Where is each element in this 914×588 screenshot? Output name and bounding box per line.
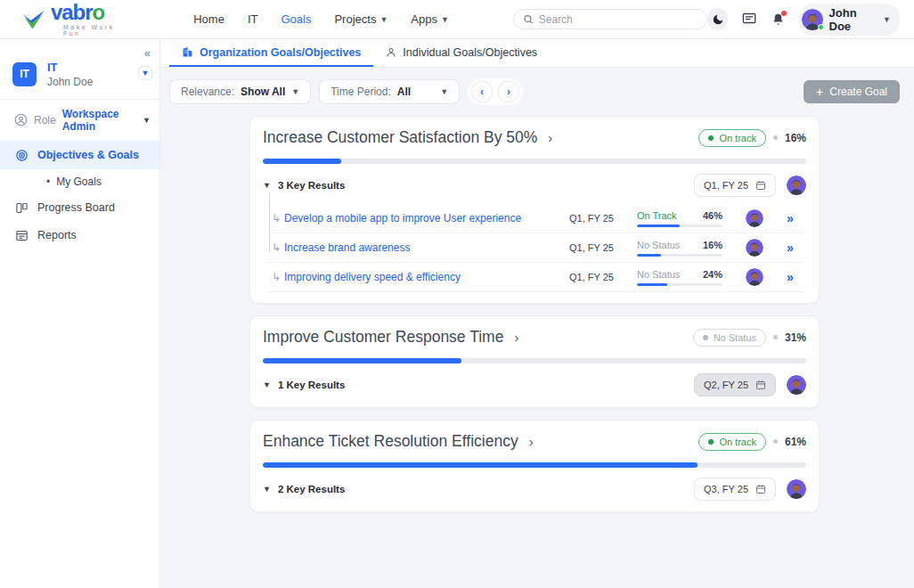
status-badge: On track [698,433,766,451]
separator-dot [773,439,778,444]
sidebar-item-objectives-goals[interactable]: Objectives & Goals [0,142,159,169]
key-result-status: No Status [637,240,680,250]
building-icon [182,46,193,58]
target-icon [15,149,29,162]
workspace-switcher-button[interactable]: ▼ [138,66,152,80]
create-goal-button[interactable]: + Create Goal [804,80,900,103]
chevron-right-icon[interactable]: › [514,330,518,345]
key-result-period: Q1, FY 25 [569,242,633,253]
nav-projects[interactable]: Projects▼ [334,12,388,26]
period-button[interactable]: Q1, FY 25 [694,174,776,197]
tree-rail [269,193,270,251]
chevron-right-icon[interactable]: › [529,434,534,449]
relevance-filter[interactable]: Relevance: Show All ▼ [169,79,311,104]
time-period-filter[interactable]: Time Period: All ▼ [319,79,460,104]
separator-dot [773,135,778,140]
goal-owner-avatar[interactable] [787,176,806,195]
main-nav: Home IT Goals Projects▼ Apps▼ [193,12,449,26]
key-result-percent: 24% [703,269,722,280]
workspace-subtitle: John Doe [47,76,93,88]
search-input[interactable] [539,13,698,26]
goal-progress-percent: 61% [785,436,806,448]
dark-mode-toggle[interactable] [707,8,729,30]
open-key-result-icon[interactable]: » [787,270,793,284]
key-result-period: Q1, FY 25 [569,213,633,224]
goal-progress-bar [263,159,806,164]
goal-owner-avatar[interactable] [787,479,806,499]
content-area: Relevance: Show All ▼ Time Period: All ▼… [160,68,914,588]
search-icon [523,13,534,25]
separator-dot [773,335,778,339]
open-key-result-icon[interactable]: » [787,241,793,255]
moon-icon [712,13,724,26]
goal-owner-avatar[interactable] [787,375,806,395]
brand-name: vabro [51,2,133,23]
period-button[interactable]: Q2, FY 25 [694,373,776,396]
workspace-badge: IT [12,62,37,86]
key-result-link[interactable]: Improving delivery speed & efficiency [284,271,569,283]
status-dot [708,439,714,445]
sidebar-item-my-goals[interactable]: My Goals [0,169,159,194]
key-result-percent: 16% [703,240,722,250]
notification-badge [781,11,787,16]
status-dot [708,135,714,141]
chevron-down-icon: ▼ [441,15,449,24]
user-menu[interactable]: John Doe ▼ [799,4,901,36]
chevron-down-icon: ▼ [379,15,388,24]
branch-icon: ↳ [268,271,284,283]
role-selector[interactable]: Role Workspace Admin ▼ [0,100,159,142]
search-box[interactable] [513,9,707,29]
tab-individual-goals[interactable]: Individual Goals/Objectives [373,39,550,67]
key-result-owner-avatar[interactable] [746,268,763,286]
goal-title: Increase Customer Satisfaction By 50% [263,128,537,147]
goal-card: Improve Customer Response Time › No Stat… [249,315,820,408]
goal-card: Enhance Ticket Resolution Efficiency › O… [249,420,820,512]
branch-icon: ↳ [268,212,284,225]
calendar-icon [755,180,766,191]
collapse-triangle-icon[interactable]: ▼ [263,380,271,389]
chat-icon[interactable] [742,12,756,26]
person-icon [386,47,396,58]
key-result-owner-avatar[interactable] [746,209,763,227]
goal-title: Improve Customer Response Time [263,328,503,347]
tab-bar: Organization Goals/Objectives Individual… [160,39,914,68]
key-result-link[interactable]: Develop a mobile app to improve User exp… [284,212,569,225]
open-key-result-icon[interactable]: » [787,211,793,225]
prev-period-button[interactable]: ‹ [472,82,492,102]
collapse-triangle-icon[interactable]: ▼ [263,485,271,494]
collapse-triangle-icon[interactable]: ▼ [263,181,271,190]
key-result-progress-bar [637,225,722,227]
vabro-logo[interactable]: vabro Make Work Fun [21,2,133,37]
brand-tagline: Make Work Fun [63,24,133,37]
chevron-right-icon[interactable]: › [548,130,552,145]
goal-progress-percent: 31% [785,331,806,344]
sidebar-item-progress-board[interactable]: Progress Board [0,194,159,222]
period-button[interactable]: Q3, FY 25 [694,478,776,501]
key-result-row: ↳ Develop a mobile app to improve User e… [268,204,806,233]
nav-home[interactable]: Home [193,12,224,26]
nav-apps[interactable]: Apps▼ [411,12,449,26]
nav-it[interactable]: IT [248,12,258,26]
tab-organization-goals[interactable]: Organization Goals/Objectives [169,39,373,67]
key-result-owner-avatar[interactable] [746,239,763,257]
key-result-progress-bar [637,283,722,286]
user-name: John Doe [829,6,877,33]
role-label: Role [34,114,56,127]
notifications-button[interactable] [771,12,785,27]
key-result-link[interactable]: Increase brand awareness [284,241,569,254]
goal-progress-bar [263,462,806,468]
key-result-row: ↳ Increase brand awareness Q1, FY 25 No … [268,233,806,263]
next-period-button[interactable]: › [499,82,518,102]
chevron-down-icon: ▼ [440,87,448,96]
sidebar: « IT IT John Doe ▼ Role Workspace Admin … [0,39,160,588]
key-result-progress-bar [637,254,722,257]
filters-row: Relevance: Show All ▼ Time Period: All ▼… [169,78,900,105]
key-results-count: 2 Key Results [278,484,345,494]
goal-title: Enhance Ticket Resolution Efficiency [263,432,518,451]
sidebar-item-reports[interactable]: Reports [0,222,159,249]
chevron-down-icon: ▼ [291,87,299,96]
nav-goals[interactable]: Goals [281,12,311,26]
status-badge: On track [698,129,766,147]
chevron-down-icon: ▼ [143,116,151,125]
key-result-period: Q1, FY 25 [569,272,633,282]
